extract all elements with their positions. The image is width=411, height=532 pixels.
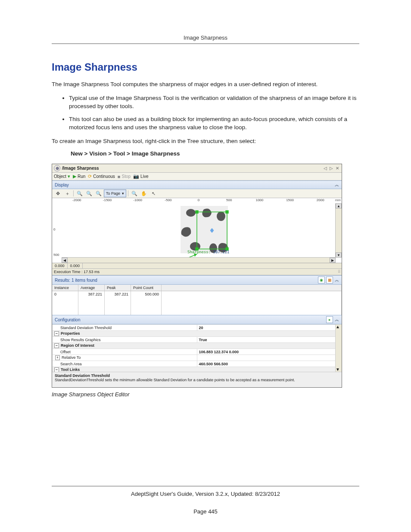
minus-icon[interactable]: −: [54, 367, 59, 372]
hand-tool-icon[interactable]: ✋: [140, 190, 148, 197]
display-header-label: Display: [55, 183, 69, 187]
minus-icon[interactable]: −: [54, 331, 59, 336]
tick: 1000: [244, 198, 275, 203]
col-average[interactable]: Average: [78, 285, 105, 291]
bullet-1: Typical use of the Image Sharpness Tool …: [69, 94, 359, 111]
menu-object-label: Object: [54, 174, 66, 179]
tick-500: 500: [53, 253, 59, 257]
instruction-paragraph: To create an Image Sharpness tool, right…: [52, 137, 359, 146]
chevron-down-icon: ▾: [122, 191, 124, 196]
nav-fwd-icon[interactable]: ▷: [329, 166, 334, 171]
zoom-mode-select[interactable]: To Page ▾: [104, 190, 126, 197]
cat-roi[interactable]: −Region Of Interest: [53, 343, 342, 349]
table-row[interactable]: 0 387.221 387.221 500.000: [52, 291, 342, 298]
run-button[interactable]: ▶ Run: [73, 174, 85, 179]
results-btn-2-icon[interactable]: ▦: [326, 277, 333, 283]
prop-relative-to-label: Relative To: [62, 355, 81, 360]
scroll-right-icon[interactable]: ▶: [330, 258, 336, 263]
display-area[interactable]: mm -2000 -1500 -1000 -500 0 500 1000 150…: [52, 198, 342, 263]
prop-std-thresh-label: Standard Deviation Threshold: [53, 325, 197, 331]
collapse-icon[interactable]: ︽: [335, 182, 339, 188]
zoom-region-icon[interactable]: 🔍: [130, 190, 139, 197]
coord-row: 0.000 0.000: [52, 263, 342, 269]
pan-tool-icon[interactable]: ✥: [53, 190, 62, 197]
zoom-reset-icon[interactable]: 🔍: [94, 190, 103, 197]
prop-row[interactable]: Standard Deviation Threshold 20: [53, 325, 342, 331]
col-instance[interactable]: Instance: [52, 285, 78, 291]
horizontal-scrollbar[interactable]: ◀ ▶: [62, 257, 336, 263]
scroll-down-icon[interactable]: ▼: [336, 252, 342, 258]
minus-icon[interactable]: −: [54, 343, 59, 348]
config-grid-wrap: Standard Deviation Threshold 20 −Propert…: [52, 324, 342, 372]
continuous-button[interactable]: ⟳ Continuous: [88, 174, 115, 179]
zoom-out-icon[interactable]: 🔍: [85, 190, 93, 197]
play-icon: ▶: [73, 174, 76, 179]
pointer-tool-icon[interactable]: ↖: [149, 190, 158, 197]
prop-show-graphics-value[interactable]: True: [197, 337, 342, 343]
exec-time-row: Execution Time : 17.53 ms ⠿: [52, 269, 342, 275]
running-head: Image Sharpness: [52, 34, 359, 41]
stop-label: Stop: [122, 174, 131, 179]
exec-time-label: Execution Time : 17.53 ms: [54, 270, 100, 274]
nav-back-icon[interactable]: ◁: [323, 166, 328, 171]
coord-y: 0.000: [68, 263, 83, 268]
config-btn-1-icon[interactable]: ▸: [326, 316, 333, 323]
chevron-down-icon: ▾: [68, 174, 70, 179]
results-panel-header[interactable]: Results: 1 items found ◉ ▦ ︽: [52, 275, 342, 285]
zoom-in-icon[interactable]: 🔍: [75, 190, 84, 197]
section-title: Image Sharpness: [52, 61, 359, 73]
cell-peak: 387.221: [105, 291, 131, 298]
col-spacer: [162, 285, 342, 291]
cat-properties[interactable]: −Properties: [53, 331, 342, 337]
crosshair-icon[interactable]: ＋: [63, 190, 72, 197]
prop-offset-label: Offset: [53, 349, 197, 355]
col-peak[interactable]: Peak: [105, 285, 131, 291]
vertical-scrollbar[interactable]: ▲ ▼: [335, 203, 342, 258]
col-pointcount[interactable]: Point Count: [131, 285, 162, 291]
live-label: Live: [140, 174, 148, 179]
intro-paragraph: The Image Sharpness Tool computes the sh…: [52, 80, 359, 89]
display-panel-header[interactable]: Display ︽: [52, 180, 342, 189]
table-row: [52, 309, 342, 315]
canvas[interactable]: Sharpness: 387.221: [62, 203, 336, 258]
live-button[interactable]: 📷 Live: [133, 174, 148, 179]
configuration-panel-header[interactable]: Configuration ▸ ︽: [52, 315, 342, 324]
prop-offset-value[interactable]: 106.883 122.374 0.000: [197, 349, 342, 355]
configuration-header-label: Configuration: [55, 317, 80, 322]
plus-icon[interactable]: +: [55, 355, 60, 360]
config-scrollbar[interactable]: ▲ ▼: [335, 324, 342, 372]
close-icon[interactable]: ✕: [335, 166, 340, 171]
cell-instance: 0: [52, 291, 78, 298]
prop-search-area-label: Search Area: [53, 361, 197, 367]
prop-row[interactable]: +Relative To: [53, 355, 342, 361]
app-window: ⊕ /Image Sharpness ◁ ▷ ✕ Object ▾ ▶ Run …: [52, 164, 342, 388]
cat-tool-links[interactable]: −Tool Links: [53, 367, 342, 372]
svg-point-1: [186, 209, 196, 217]
collapse-icon[interactable]: ︽: [335, 277, 339, 283]
stop-button[interactable]: ■ Stop: [118, 174, 131, 179]
bullet-2: This tool can also be used as a building…: [69, 115, 359, 132]
overlay-text: Sharpness: 387.221: [187, 250, 230, 254]
scroll-up-icon[interactable]: ▲: [336, 203, 342, 208]
prop-relative-to-value[interactable]: [197, 355, 342, 361]
scroll-down-icon[interactable]: ▼: [336, 367, 342, 372]
prop-search-area-value[interactable]: 460.500 566.500: [197, 361, 342, 367]
prop-row[interactable]: Offset 106.883 122.374 0.000: [53, 349, 342, 355]
tick: -2000: [62, 198, 92, 203]
scroll-left-icon[interactable]: ◀: [62, 258, 68, 263]
resize-grip-icon[interactable]: ⠿: [338, 270, 340, 274]
titlebar: ⊕ /Image Sharpness ◁ ▷ ✕: [52, 164, 342, 173]
footer-rule: [52, 486, 359, 486]
svg-rect-6: [196, 211, 198, 213]
menu-object[interactable]: Object ▾: [54, 174, 70, 179]
prop-std-thresh-value[interactable]: 20: [197, 325, 342, 331]
results-btn-1-icon[interactable]: ◉: [318, 277, 325, 283]
prop-row[interactable]: Show Results Graphics True: [53, 337, 342, 343]
prop-row[interactable]: Search Area 460.500 566.500: [53, 361, 342, 367]
results-table: Instance Average Peak Point Count 0 387.…: [52, 285, 342, 315]
collapse-icon[interactable]: ︽: [335, 317, 339, 323]
scroll-up-icon[interactable]: ▲: [336, 324, 342, 329]
cat-properties-label: Properties: [61, 331, 80, 336]
tick: 2000: [305, 198, 336, 203]
app-icon: ⊕: [54, 165, 60, 171]
